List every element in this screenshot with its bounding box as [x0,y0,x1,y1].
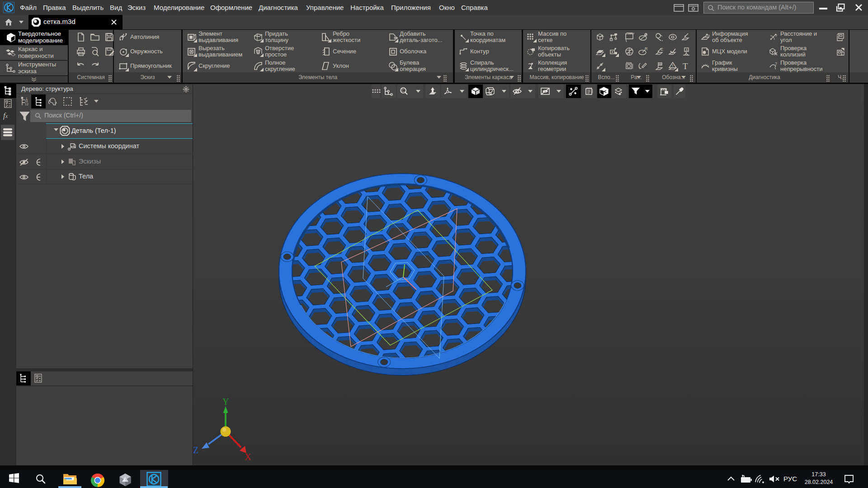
svg-text:?: ? [775,61,777,66]
svg-text:T: T [683,61,688,71]
svg-text:11: 11 [25,99,28,103]
svg-text:?: ? [708,34,710,38]
svg-text:Y: Y [222,397,229,407]
svg-text:R: R [645,47,648,51]
svg-text:12: 12 [25,103,28,106]
svg-text:A: A [686,48,688,52]
svg-text:Z: Z [193,445,198,455]
svg-text:X: X [245,452,251,462]
svg-text:1: 1 [672,63,674,67]
svg-text:?: ? [775,33,777,38]
svg-text:E: E [660,47,663,52]
